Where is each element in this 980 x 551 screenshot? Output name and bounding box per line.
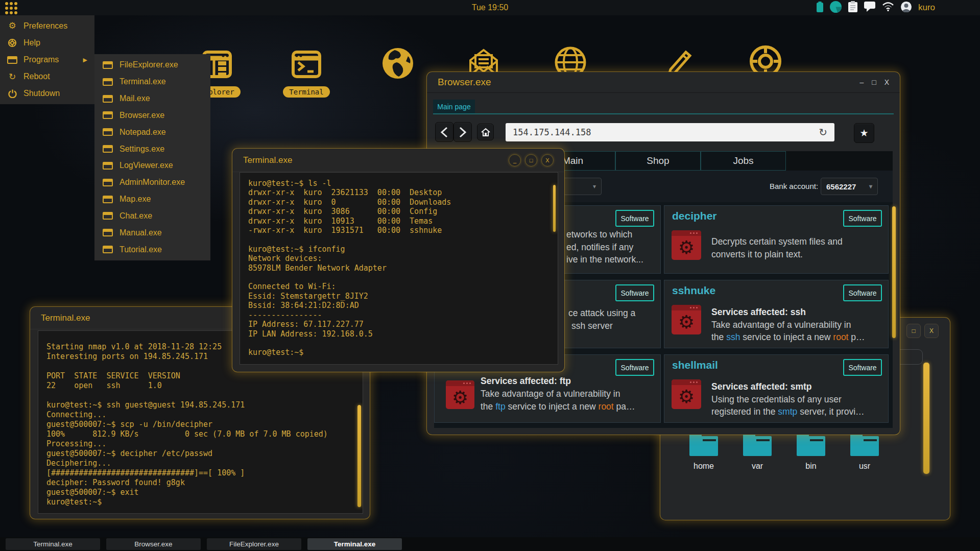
gear-icon: ⚙ [672, 384, 701, 409]
window-icon [103, 246, 113, 253]
desktop-icon-terminal[interactable]: Terminal [276, 46, 337, 98]
submenu-item-logviewer[interactable]: LogViewer.exe [94, 157, 210, 174]
bookmark-button[interactable]: ★ [854, 123, 874, 143]
close-button[interactable]: X [541, 154, 554, 166]
submenu-item-manual[interactable]: Manual.exe [94, 224, 210, 241]
software-title: sshnuke [672, 284, 715, 297]
minimize-button[interactable]: – [859, 78, 864, 86]
battery-icon [817, 2, 823, 14]
submenu-item-mail[interactable]: Mail.exe [94, 90, 210, 107]
star-icon: ★ [859, 127, 868, 139]
explorer-scrollbar[interactable] [923, 363, 929, 474]
software-app-icon: ⚙ [672, 305, 701, 334]
tab-shop[interactable]: Shop [615, 151, 701, 171]
folder-icon [689, 433, 718, 456]
software-card-shellmail[interactable]: shellmail Software ⚙ Services affected: … [664, 354, 889, 423]
folder-label: var [752, 462, 763, 471]
maximize-button[interactable]: □ [906, 324, 921, 338]
folder-usr[interactable]: usr [840, 433, 889, 471]
terminal-icon [288, 46, 325, 85]
submenu-item-terminal[interactable]: Terminal.exe [94, 74, 210, 90]
software-card-sshnuke[interactable]: sshnuke Software ⚙ Services affected: ss… [664, 280, 889, 348]
wifi-icon [882, 2, 894, 13]
terminal-output-area[interactable]: kuro@test:~$ ls -l drwxr-xr-x kuro 23621… [240, 172, 558, 365]
window-icon [103, 179, 113, 186]
avatar[interactable] [901, 2, 912, 14]
system-menu: ⚙ Preferences Help Programs ▶ ↻ Reboot S… [0, 15, 94, 104]
bank-account-dropdown[interactable]: 6562227 ▾ [821, 178, 878, 195]
menu-item-shutdown[interactable]: Shutdown [0, 85, 94, 102]
window-icon [103, 162, 113, 170]
submenu-item-map[interactable]: Map.exe [94, 191, 210, 208]
folder-var[interactable]: var [733, 433, 782, 471]
gear-icon: ⚙ [446, 385, 474, 409]
bank-account-label: Bank account: [770, 182, 818, 190]
folder-label: bin [805, 462, 816, 471]
taskbar-item-terminal-1[interactable]: Terminal.exe [6, 538, 100, 550]
maximize-button[interactable]: □ [872, 78, 876, 86]
folder-bin[interactable]: bin [786, 433, 835, 471]
folder-icon [850, 433, 879, 456]
url-bar[interactable]: 154.175.144.158 ↻ [506, 123, 834, 141]
submenu-item-settings[interactable]: Settings.exe [94, 140, 210, 157]
window-icon [103, 78, 113, 86]
desktop-icon-label: Terminal [283, 86, 329, 98]
terminal-scrollbar[interactable] [553, 185, 556, 232]
window-title: Browser.exe [438, 77, 491, 88]
apps-grid-icon[interactable] [5, 2, 17, 14]
programs-submenu: FileExplorer.exe Terminal.exe Mail.exe B… [94, 54, 210, 260]
home-button[interactable] [477, 124, 494, 140]
close-button[interactable]: X [924, 324, 939, 338]
submenu-item-chat[interactable]: Chat.exe [94, 207, 210, 224]
folder-label: home [694, 462, 714, 471]
desktop-icon-map[interactable] [367, 45, 428, 84]
software-card-decipher[interactable]: decipher Software ⚙ Decrypts certain sys… [664, 205, 889, 274]
browser-titlebar[interactable]: Browser.exe – □ X [427, 72, 900, 92]
window-icon [103, 95, 113, 103]
terminal-scrollbar[interactable] [357, 405, 361, 507]
chat-icon [864, 2, 875, 14]
clipboard-icon [848, 1, 857, 14]
window-icon [103, 145, 113, 153]
menu-item-preferences[interactable]: ⚙ Preferences [0, 17, 94, 34]
terminal-output: kuro@test:~$ ls -l drwxr-xr-x kuro 23621… [240, 173, 558, 364]
taskbar-item-fileexplorer[interactable]: FileExplorer.exe [207, 538, 301, 550]
maximize-button[interactable]: □ [525, 154, 537, 166]
submenu-item-fileexplorer[interactable]: FileExplorer.exe [94, 57, 210, 74]
back-button[interactable] [435, 122, 453, 142]
window-icon [103, 128, 113, 136]
submenu-item-tutorial[interactable]: Tutorial.exe [94, 241, 210, 258]
software-badge: Software [843, 359, 882, 376]
menu-item-reboot[interactable]: ↻ Reboot [0, 68, 94, 85]
submenu-item-browser[interactable]: Browser.exe [94, 107, 210, 124]
window-title: Terminal.exe [41, 313, 90, 323]
browser-page-tab[interactable]: Main page [433, 100, 475, 113]
software-description: Services affected: ftp Take advantage of… [481, 375, 635, 413]
menu-item-help[interactable]: Help [0, 34, 94, 51]
window-title: Terminal.exe [243, 155, 292, 165]
minimize-button[interactable]: _ [509, 154, 521, 166]
url-text: 154.175.144.158 [513, 127, 591, 137]
software-title: decipher [672, 210, 717, 222]
taskbar-item-terminal-2[interactable]: Terminal.exe [307, 538, 402, 550]
forward-button[interactable] [453, 122, 472, 142]
window-icon [103, 196, 113, 203]
status-tray: kuro [817, 0, 935, 15]
chevron-down-icon: ▾ [593, 183, 596, 190]
browser-scrollbar[interactable] [892, 206, 896, 338]
software-badge: Software [615, 210, 654, 227]
tab-jobs[interactable]: Jobs [701, 151, 786, 171]
refresh-icon[interactable]: ↻ [819, 126, 827, 138]
lifebuoy-icon [7, 38, 17, 47]
window-icon [7, 56, 17, 64]
close-button[interactable]: X [885, 78, 889, 86]
software-description: Services affected: smtp Using the creden… [711, 380, 865, 418]
menu-item-programs[interactable]: Programs ▶ [0, 51, 94, 68]
submenu-item-notepad[interactable]: Notepad.exe [94, 124, 210, 140]
software-badge: Software [615, 284, 654, 301]
folder-home[interactable]: home [679, 433, 728, 471]
software-app-icon: ⚙ [672, 379, 701, 409]
submenu-item-adminmonitor[interactable]: AdminMonitor.exe [94, 174, 210, 191]
taskbar-item-browser[interactable]: Browser.exe [106, 538, 201, 550]
terminal-titlebar[interactable]: Terminal.exe _ □ X [232, 149, 564, 172]
